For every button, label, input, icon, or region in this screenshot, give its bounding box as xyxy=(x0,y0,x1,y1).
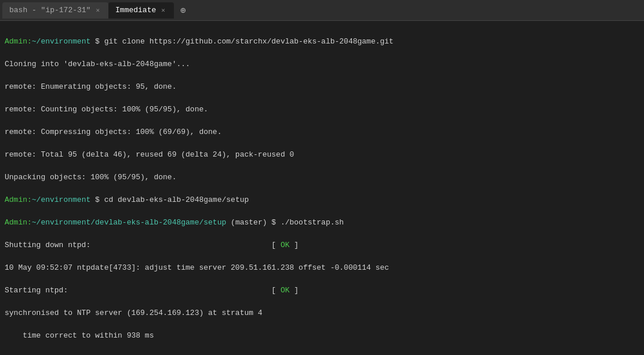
terminal-content: Admin:~/environment $ git clone https://… xyxy=(0,21,644,355)
terminal-line: Shutting down ntpd: [ OK ] xyxy=(5,240,639,251)
terminal-line: Admin:~/environment $ git clone https://… xyxy=(5,36,639,48)
terminal-line: Cloning into 'devlab-eks-alb-2048game'..… xyxy=(5,59,639,70)
terminal-line: Unpacking objects: 100% (95/95), done. xyxy=(5,172,639,183)
terminal-line: 10 May 09:52:07 ntpdate[4733]: adjust ti… xyxy=(5,262,639,274)
terminal-line: remote: Total 95 (delta 46), reused 69 (… xyxy=(5,149,639,161)
tab-immediate-label: Immediate xyxy=(115,6,156,15)
tab-bash-label: bash - "ip-172-31" xyxy=(9,6,90,15)
tab-bar: bash - "ip-172-31" ✕ Immediate ✕ ⊕ xyxy=(0,0,644,21)
terminal-line: Admin:~/environment $ cd devlab-eks-alb-… xyxy=(5,194,639,206)
terminal-line: Starting ntpd: [ OK ] xyxy=(5,285,639,296)
terminal-line: time correct to within 938 ms xyxy=(5,330,639,342)
tab-immediate-close[interactable]: ✕ xyxy=(159,6,167,15)
terminal-line: remote: Compressing objects: 100% (69/69… xyxy=(5,126,639,138)
terminal-line: remote: Enumerating objects: 95, done. xyxy=(5,81,639,93)
tab-bash[interactable]: bash - "ip-172-31" ✕ xyxy=(2,2,108,19)
terminal-line: polling server every 8 s xyxy=(5,353,639,356)
terminal-line: remote: Counting objects: 100% (95/95), … xyxy=(5,104,639,115)
new-tab-button[interactable]: ⊕ xyxy=(176,3,190,17)
tab-immediate[interactable]: Immediate ✕ xyxy=(108,2,174,19)
terminal-line: synchronised to NTP server (169.254.169.… xyxy=(5,307,639,319)
tab-bash-close[interactable]: ✕ xyxy=(94,6,101,15)
terminal-line: Admin:~/environment/devlab-eks-alb-2048g… xyxy=(5,217,639,229)
